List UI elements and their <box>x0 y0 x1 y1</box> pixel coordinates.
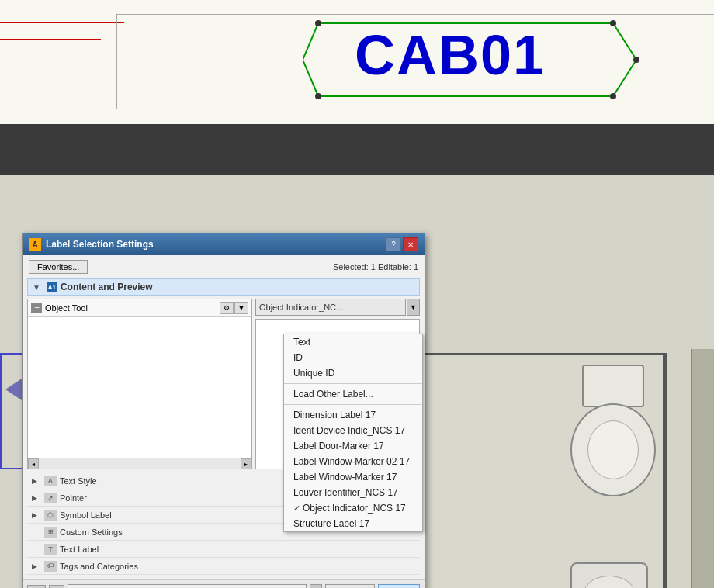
arrow-icon-pointer: ▶ <box>32 494 40 502</box>
text-style-label: Text Style <box>60 476 97 486</box>
menu-item-unique-id[interactable]: Unique ID <box>284 365 422 381</box>
dialog-app-icon: A <box>29 238 41 251</box>
red-line-1 <box>0 22 124 23</box>
cab01-big-text: CAB01 <box>303 16 613 95</box>
section-header-icon: A1 <box>47 282 57 292</box>
check-icon: ✓ <box>293 503 301 514</box>
close-button[interactable]: ✕ <box>403 237 418 251</box>
help-button[interactable]: ? <box>386 237 401 251</box>
symbol-label-icon: ⬡ <box>44 510 57 521</box>
tags-categories-label: Tags and Categories <box>60 562 138 571</box>
dialog-titlebar: A Label Selection Settings ? ✕ <box>23 233 425 255</box>
tool-list-content <box>28 317 251 458</box>
dropdown-arrow-button[interactable]: ▼ <box>407 299 420 316</box>
tags-icon: 🏷 <box>44 561 57 572</box>
dialog-bottom-bar: ≡ 👁 A - FLOR - FURN.-I ▼ Cancel OK <box>23 579 425 588</box>
toilet-bowl <box>570 403 656 496</box>
menu-item-object-indicator-text: Object Indicator_NCS 17 <box>303 503 406 514</box>
menu-item-label-door[interactable]: Label Door-Marker 17 <box>284 438 422 454</box>
ok-button[interactable]: OK <box>378 584 420 588</box>
cab01-label-container: CAB01 <box>303 16 613 95</box>
pointer-label: Pointer <box>60 493 87 503</box>
scroll-left-btn[interactable]: ◄ <box>28 458 39 469</box>
arrow-icon-tags: ▶ <box>32 562 40 570</box>
menu-item-louver[interactable]: Louver Identifier_NCS 17 <box>284 485 422 500</box>
tool-settings-btn[interactable]: ⚙ <box>220 302 234 314</box>
layer-eye-icon: 👁 <box>49 585 64 588</box>
collapse-arrow-icon[interactable]: ▼ <box>33 283 40 292</box>
sink-basin <box>584 576 635 588</box>
tool-list-header: ☰ Object Tool ⚙ ▼ <box>28 299 251 317</box>
menu-separator-1 <box>284 383 422 384</box>
tool-list-name: Object Tool <box>45 303 217 313</box>
menu-separator-2 <box>284 404 422 405</box>
text-label-icon: T <box>44 544 57 555</box>
svg-point-3 <box>633 57 639 63</box>
titlebar-left: A Label Selection Settings <box>29 238 154 251</box>
cad-line-h2 <box>116 109 714 109</box>
pointer-icon: ↗ <box>44 493 57 503</box>
layer-dropdown-arrow[interactable]: ▼ <box>310 584 322 588</box>
red-line-2 <box>0 39 101 40</box>
custom-settings-label: Custom Settings <box>60 527 123 537</box>
cad-line-h1 <box>116 14 714 15</box>
layer-stack-icon: ≡ <box>27 585 46 588</box>
menu-item-label-window[interactable]: Label Window-Marker 17 <box>284 469 422 485</box>
selected-info-text: Selected: 1 Editable: 1 <box>333 262 418 272</box>
top-cad-area: CAB01 <box>0 0 714 136</box>
context-menu: Text ID Unique ID Load Other Label... Di… <box>283 334 423 532</box>
menu-item-dimension-label[interactable]: Dimension Label 17 <box>284 407 422 423</box>
menu-item-text[interactable]: Text <box>284 334 422 350</box>
dropdown-selected-text: Object Indicator_NC... <box>259 303 343 312</box>
menu-item-label-window-02[interactable]: Label Window-Marker 02 17 <box>284 454 422 469</box>
menu-item-ident-device[interactable]: Ident Device Indic_NCS 17 <box>284 423 422 438</box>
menu-item-structure-label[interactable]: Structure Label 17 <box>284 516 422 531</box>
cad-line-v1 <box>116 14 117 109</box>
sink <box>570 562 648 588</box>
custom-settings-icon: ⊞ <box>44 527 57 538</box>
section-row-tags-categories: ▶ 🏷 Tags and Categories <box>27 558 420 575</box>
toilet-tank <box>582 365 644 407</box>
arrow-icon-symbol: ▶ <box>32 511 40 519</box>
symbol-label-text: Symbol Label <box>60 510 112 520</box>
tool-list-panel: ☰ Object Tool ⚙ ▼ ◄ ► <box>27 299 252 469</box>
scrollbar-h: ◄ ► <box>28 458 251 469</box>
toilet-bowl-inner <box>587 420 639 479</box>
wall-right-inner <box>663 355 665 588</box>
tool-icon: ☰ <box>31 303 42 313</box>
tool-list-action-buttons: ⚙ ▼ <box>220 302 248 314</box>
layer-selector[interactable]: A - FLOR - FURN.-I <box>68 584 307 588</box>
tool-expand-btn[interactable]: ▼ <box>234 302 248 314</box>
section-row-text-label: ▶ T Text Label <box>27 541 420 558</box>
menu-item-object-indicator[interactable]: ✓ Object Indicator_NCS 17 <box>284 500 422 516</box>
menu-item-load-other[interactable]: Load Other Label... <box>284 386 422 402</box>
scroll-track-h <box>39 458 241 469</box>
favorites-button[interactable]: Favorites... <box>29 260 88 274</box>
dialog-toolbar: Favorites... Selected: 1 Editable: 1 <box>27 260 420 274</box>
preview-dropdown-row: Object Indicator_NC... ▼ <box>255 299 420 316</box>
right-wall-panel <box>691 349 714 588</box>
text-style-icon: A <box>44 476 57 486</box>
object-indicator-dropdown[interactable]: Object Indicator_NC... <box>255 299 406 316</box>
dialog-title: Label Selection Settings <box>46 239 154 250</box>
cancel-button[interactable]: Cancel <box>325 584 375 588</box>
menu-item-id[interactable]: ID <box>284 350 422 365</box>
arrow-icon-text-style: ▶ <box>32 477 40 485</box>
section-header-title: Content and Preview <box>61 282 153 292</box>
dark-bar <box>0 124 714 175</box>
titlebar-buttons: ? ✕ <box>386 237 418 251</box>
scroll-right-btn[interactable]: ► <box>241 458 251 469</box>
content-preview-section-header: ▼ A1 Content and Preview <box>27 278 420 296</box>
text-label-text: Text Label <box>60 545 99 554</box>
